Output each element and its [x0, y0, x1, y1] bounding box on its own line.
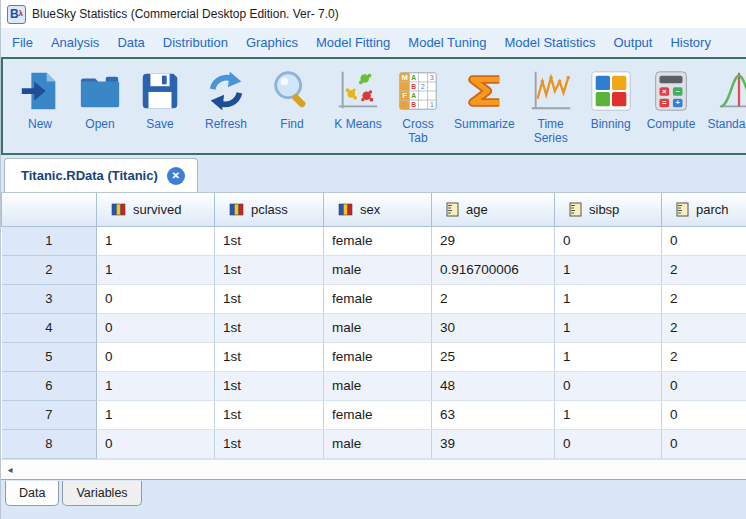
tab-close-icon[interactable]: ✕: [167, 167, 185, 185]
cell[interactable]: 0: [662, 226, 746, 255]
row-number[interactable]: 4: [2, 313, 97, 342]
cell[interactable]: 1: [555, 400, 662, 429]
cell[interactable]: 2: [662, 342, 746, 371]
cell[interactable]: 29: [432, 226, 555, 255]
grid-header-row: survived pclass sex age sibsp parch: [2, 193, 746, 226]
row-number[interactable]: 6: [2, 371, 97, 400]
cell[interactable]: 1: [97, 371, 215, 400]
menu-model-fitting[interactable]: Model Fitting: [307, 30, 399, 55]
row-number[interactable]: 1: [2, 226, 97, 255]
kmeans-button[interactable]: K Means: [328, 63, 388, 149]
cell[interactable]: 0: [662, 429, 746, 458]
menu-file[interactable]: File: [3, 30, 42, 55]
cell[interactable]: 1: [555, 313, 662, 342]
cell[interactable]: 48: [432, 371, 555, 400]
cell[interactable]: 0: [555, 371, 662, 400]
tab-data[interactable]: Data: [5, 481, 59, 506]
menu-history[interactable]: History: [661, 30, 719, 55]
crosstab-button[interactable]: MFABAB321 Cross Tab: [388, 63, 448, 149]
time-series-button-label: Time Series: [534, 118, 568, 146]
time-series-button[interactable]: Time Series: [521, 63, 581, 149]
cell[interactable]: 30: [432, 313, 555, 342]
menu-data[interactable]: Data: [108, 30, 153, 55]
cell[interactable]: 1st: [215, 429, 324, 458]
cell[interactable]: 1st: [215, 400, 324, 429]
row-number[interactable]: 5: [2, 342, 97, 371]
cell[interactable]: 2: [662, 284, 746, 313]
open-folder-icon: [76, 67, 124, 115]
new-button[interactable]: New: [10, 63, 70, 149]
find-button[interactable]: Find: [262, 63, 322, 149]
column-header-age[interactable]: age: [432, 193, 555, 226]
row-number[interactable]: 3: [2, 284, 97, 313]
cell[interactable]: female: [324, 342, 432, 371]
cell[interactable]: 39: [432, 429, 555, 458]
tab-variables[interactable]: Variables: [62, 481, 141, 506]
cell[interactable]: 0: [97, 284, 215, 313]
standardize-button[interactable]: Standardize: [701, 63, 746, 149]
cell[interactable]: 0: [97, 342, 215, 371]
data-grid-panel: survived pclass sex age sibsp parch: [1, 192, 746, 479]
cell[interactable]: male: [324, 371, 432, 400]
cell[interactable]: 1: [97, 255, 215, 284]
cell[interactable]: 0: [555, 226, 662, 255]
row-number[interactable]: 2: [2, 255, 97, 284]
scroll-left-icon[interactable]: ◂: [1, 460, 19, 479]
row-number[interactable]: 8: [2, 429, 97, 458]
title-bar: Bλ BlueSky Statistics (Commercial Deskto…: [1, 0, 746, 28]
cell[interactable]: 1: [97, 226, 215, 255]
column-header-sex[interactable]: sex: [324, 193, 432, 226]
cell[interactable]: 0: [662, 400, 746, 429]
cell[interactable]: male: [324, 313, 432, 342]
cell[interactable]: 1st: [215, 226, 324, 255]
column-header-parch[interactable]: parch: [662, 193, 746, 226]
horizontal-scrollbar[interactable]: ◂: [1, 459, 746, 479]
cell[interactable]: 2: [662, 313, 746, 342]
grid-corner-cell[interactable]: [2, 193, 97, 226]
cell[interactable]: 0: [97, 313, 215, 342]
cell[interactable]: 1: [555, 342, 662, 371]
compute-button[interactable]: ×−=+ Compute: [641, 63, 702, 149]
cell[interactable]: male: [324, 255, 432, 284]
cell[interactable]: male: [324, 429, 432, 458]
cell[interactable]: 1: [555, 284, 662, 313]
menu-output[interactable]: Output: [604, 30, 661, 55]
menu-model-statistics[interactable]: Model Statistics: [495, 30, 604, 55]
cell[interactable]: female: [324, 226, 432, 255]
menu-graphics[interactable]: Graphics: [237, 30, 307, 55]
cell[interactable]: 1st: [215, 371, 324, 400]
refresh-button[interactable]: Refresh: [196, 63, 256, 149]
save-button[interactable]: Save: [130, 63, 190, 149]
data-grid: survived pclass sex age sibsp parch: [1, 193, 746, 459]
cell[interactable]: 1st: [215, 313, 324, 342]
binning-button[interactable]: Binning: [581, 63, 641, 149]
cell[interactable]: 63: [432, 400, 555, 429]
cell[interactable]: 1st: [215, 284, 324, 313]
cell[interactable]: female: [324, 400, 432, 429]
cell[interactable]: 2: [432, 284, 555, 313]
column-header-pclass[interactable]: pclass: [215, 193, 324, 226]
compute-button-label: Compute: [647, 118, 696, 132]
summarize-button[interactable]: Summarize: [448, 63, 521, 149]
tab-titanic-rdata[interactable]: Titanic.RData (Titanic) ✕: [4, 158, 198, 192]
cell[interactable]: 0.916700006: [432, 255, 555, 284]
menu-distribution[interactable]: Distribution: [154, 30, 237, 55]
cell[interactable]: 1: [97, 400, 215, 429]
row-number[interactable]: 7: [2, 400, 97, 429]
open-button[interactable]: Open: [70, 63, 130, 149]
app-logo-icon: Bλ: [7, 5, 26, 24]
cell[interactable]: 1st: [215, 342, 324, 371]
cell[interactable]: 0: [555, 429, 662, 458]
kmeans-scatter-icon: [334, 67, 382, 115]
column-header-survived[interactable]: survived: [97, 193, 215, 226]
cell[interactable]: female: [324, 284, 432, 313]
menu-analysis[interactable]: Analysis: [42, 30, 108, 55]
cell[interactable]: 1: [555, 255, 662, 284]
column-header-sibsp[interactable]: sibsp: [555, 193, 662, 226]
cell[interactable]: 2: [662, 255, 746, 284]
cell[interactable]: 0: [97, 429, 215, 458]
menu-model-tuning[interactable]: Model Tuning: [399, 30, 495, 55]
cell[interactable]: 0: [662, 371, 746, 400]
cell[interactable]: 25: [432, 342, 555, 371]
cell[interactable]: 1st: [215, 255, 324, 284]
